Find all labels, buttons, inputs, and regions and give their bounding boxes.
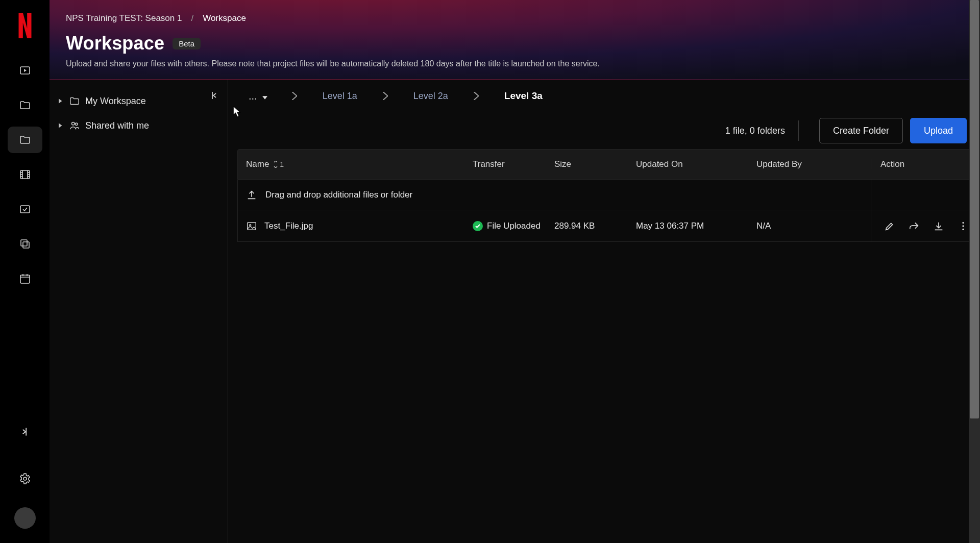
transfer-status: File Uploaded [487,221,541,231]
svg-rect-5 [20,275,30,283]
create-folder-button[interactable]: Create Folder [819,118,903,143]
column-header-action: Action [871,159,970,169]
folder-breadcrumb: ... Level 1a Level 2a [228,80,980,112]
page-title: Workspace [66,33,164,54]
column-header-updated-on[interactable]: Updated On [636,159,756,169]
drop-zone-row[interactable]: Drag and drop additional files or folder [237,180,971,210]
svg-rect-3 [21,240,27,246]
svg-point-7 [72,122,75,126]
caret-down-icon [262,90,267,102]
nav-item-calendar[interactable] [8,265,42,292]
folder-icon [69,95,80,107]
svg-point-6 [23,477,27,480]
rail-collapse-button[interactable] [8,418,42,445]
status-success-icon [473,221,483,231]
drop-hint-label: Drag and drop additional files or folder [265,190,412,200]
header-breadcrumb: NPS Training TEST: Season 1 / Workspace [66,13,964,23]
beta-badge: Beta [173,38,201,50]
upload-button[interactable]: Upload [910,118,967,143]
table-header: Name 1 Transfer Size Updated On Updated … [237,149,971,180]
svg-point-12 [962,225,964,227]
nav-item-film[interactable] [8,161,42,188]
app-logo[interactable] [15,12,35,39]
breadcrumb-separator: / [191,13,193,23]
file-area: ... Level 1a Level 2a [228,80,980,543]
svg-point-13 [962,228,964,230]
toolbar: 1 file, 0 folders Create Folder Upload [228,112,980,149]
breadcrumb-project[interactable]: NPS Training TEST: Season 1 [66,13,182,23]
people-icon [69,120,80,131]
chevron-right-icon [383,92,388,100]
tree-item-my-workspace[interactable]: My Workspace [55,89,223,113]
breadcrumb-level-3a: Level 3a [494,88,553,104]
updated-by: N/A [756,221,871,231]
file-table: Name 1 Transfer Size Updated On Updated … [237,149,971,242]
svg-rect-4 [23,242,29,248]
breadcrumb-level-1a[interactable]: Level 1a [312,89,368,104]
more-actions-button[interactable] [956,219,970,233]
download-button[interactable] [932,219,946,233]
column-header-size[interactable]: Size [554,159,636,169]
nav-item-slides[interactable] [8,231,42,257]
svg-point-11 [962,221,964,223]
chevron-right-icon [474,92,479,100]
breadcrumb-section[interactable]: Workspace [203,13,246,23]
vertical-scrollbar[interactable] [969,0,980,543]
sort-indicator: 1 [273,160,284,168]
page-header: NPS Training TEST: Season 1 / Workspace … [50,0,980,80]
column-header-updated-by[interactable]: Updated By [756,159,871,169]
tree-item-label: Shared with me [85,120,149,131]
edit-button[interactable] [883,219,897,233]
scrollbar-thumb[interactable] [970,0,979,418]
nav-item-sync[interactable] [8,196,42,223]
tree-collapse-button[interactable] [205,87,223,104]
column-header-transfer[interactable]: Transfer [473,159,554,169]
column-header-name[interactable]: Name 1 [238,159,473,169]
ellipsis-icon: ... [249,90,257,102]
nav-item-folder-a[interactable] [8,92,42,118]
user-avatar[interactable] [14,507,36,529]
upload-icon [246,189,257,201]
table-row[interactable]: Test_File.jpg File Uploaded 289.94 KB Ma… [237,210,971,242]
column-label: Name [246,159,269,169]
nav-item-videos[interactable] [8,57,42,84]
tree-item-label: My Workspace [85,96,146,107]
tree-item-shared-with-me[interactable]: Shared with me [55,113,223,138]
chevron-right-icon [292,92,297,100]
toolbar-divider [798,120,799,141]
caret-right-icon [59,123,64,128]
item-count-label: 1 file, 0 folders [725,126,798,136]
svg-rect-2 [20,206,30,213]
page-subtitle: Upload and share your files with others.… [66,59,964,68]
file-size: 289.94 KB [554,221,636,231]
caret-right-icon [59,98,64,104]
tree-panel: My Workspace Shared with me [50,80,228,543]
svg-point-8 [75,123,78,126]
settings-button[interactable] [8,465,42,492]
image-file-icon [246,220,257,232]
breadcrumb-level-2a[interactable]: Level 2a [403,89,458,104]
file-name: Test_File.jpg [264,221,313,231]
breadcrumb-overflow[interactable]: ... [239,87,277,105]
share-button[interactable] [907,219,921,233]
svg-rect-9 [248,222,256,230]
left-rail [0,0,50,543]
nav-item-workspace[interactable] [8,127,42,153]
updated-on: May 13 06:37 PM [636,221,756,231]
sort-index: 1 [280,160,284,168]
